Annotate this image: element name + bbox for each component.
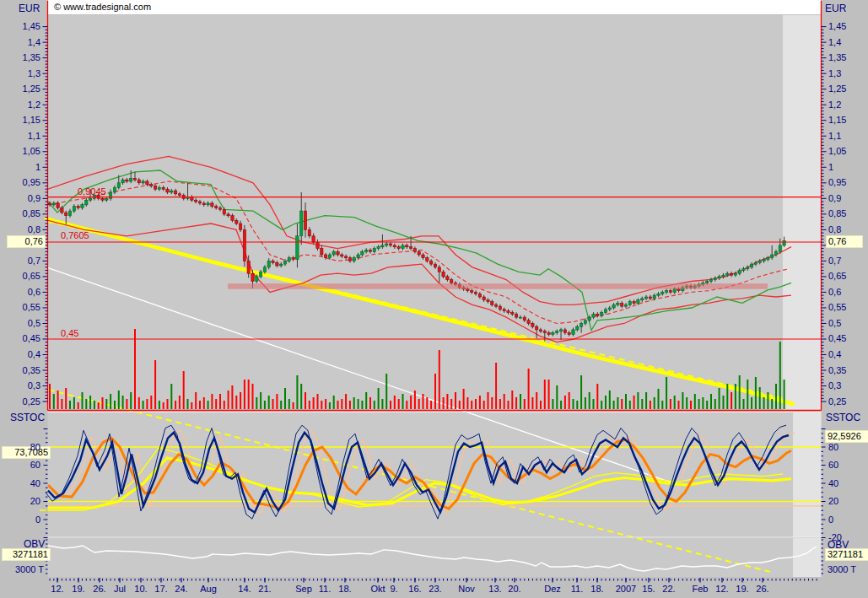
price-panel-bg	[48, 15, 822, 411]
x-axis-date-label: Aug	[197, 584, 220, 595]
volume-bar	[134, 329, 136, 409]
level-label-7605: 0,7605	[61, 230, 89, 241]
volume-bar	[337, 401, 339, 409]
obv-value-right: 3271181	[825, 548, 868, 561]
volume-bar	[296, 375, 298, 409]
volume-bar	[706, 401, 708, 409]
volume-bar	[272, 399, 274, 409]
y-axis-label-right: 1,15	[828, 115, 846, 126]
x-axis-date-label: Feb	[688, 584, 712, 595]
candle-body	[413, 249, 416, 252]
candle-body	[568, 333, 570, 335]
candle-body	[357, 255, 359, 258]
obv-value-left: 3271181	[2, 548, 51, 561]
candle-body	[166, 189, 169, 192]
volume-bar	[613, 401, 615, 409]
candle-body	[519, 317, 521, 318]
volume-bar	[471, 401, 472, 409]
volume-bar	[569, 392, 570, 409]
candle-body	[292, 258, 294, 260]
y-axis-label-left: 1,4	[0, 37, 40, 48]
volume-bar	[536, 392, 537, 409]
y-axis-label-right: 0,65	[828, 271, 846, 282]
y-axis-label-right: 0,95	[828, 177, 846, 188]
candle-body	[77, 207, 79, 208]
candle-body	[783, 240, 785, 245]
volume-bar	[130, 392, 132, 409]
candle-body	[146, 181, 148, 185]
sstoc-axis-label-left: 40	[0, 478, 40, 489]
y-axis-label-right: 0,6	[828, 287, 841, 298]
candle-body	[515, 314, 517, 317]
x-axis-date-label: 9.	[382, 584, 406, 595]
volume-bar	[309, 401, 310, 409]
volume-bar	[82, 392, 84, 409]
candle-body	[389, 244, 391, 245]
volume-bar	[726, 384, 728, 409]
volume-bar	[313, 397, 315, 409]
volume-bar	[702, 397, 704, 409]
volume-bar	[191, 402, 192, 409]
candle-body	[235, 220, 238, 224]
volume-bar	[163, 402, 164, 409]
volume-bar	[381, 399, 383, 409]
sstoc-axis-label-left: 60	[0, 460, 40, 471]
volume-bar	[305, 392, 306, 409]
candle-body	[85, 200, 88, 205]
volume-bar	[548, 380, 550, 409]
candle-body	[308, 229, 310, 235]
sstoc-panel-future-zone	[793, 412, 822, 537]
candle-body	[624, 304, 627, 306]
candle-body	[491, 302, 493, 305]
candle-body	[576, 326, 579, 330]
y-axis-label-left: 1,1	[0, 131, 40, 142]
volume-bar	[98, 402, 100, 409]
candle-body	[316, 242, 319, 248]
y-axis-label-left: 1,05	[0, 146, 40, 157]
volume-bar	[179, 396, 181, 409]
candle-body	[438, 267, 440, 272]
candle-body	[231, 216, 234, 221]
volume-bar	[215, 399, 217, 409]
support-zone-band	[228, 283, 768, 289]
candle-body	[211, 203, 213, 207]
candle-body	[283, 261, 286, 264]
volume-bar	[747, 380, 748, 409]
candle-body	[742, 269, 745, 271]
trading-chart-window: { "header": { "copyright": "© www.trades…	[0, 0, 868, 598]
volume-bar	[369, 397, 371, 409]
chart-canvas[interactable]	[0, 0, 868, 598]
volume-bar	[358, 399, 359, 409]
volume-bar	[122, 396, 124, 409]
candle-body	[608, 308, 611, 310]
volume-bar	[430, 401, 432, 409]
volume-bar	[361, 401, 363, 409]
candle-body	[763, 260, 765, 261]
candle-body	[543, 331, 546, 333]
candle-body	[406, 245, 408, 247]
candle-body	[312, 236, 315, 242]
volume-bar	[621, 399, 623, 409]
x-axis-date-label: 21.	[253, 584, 277, 595]
volume-bar	[333, 396, 335, 409]
volume-bar	[723, 396, 725, 409]
volume-bar	[394, 396, 396, 409]
volume-bar	[276, 394, 278, 409]
candle-body	[596, 314, 599, 315]
volume-bar	[293, 402, 294, 409]
candle-body	[276, 262, 278, 266]
volume-bar	[678, 401, 680, 409]
volume-bar	[528, 369, 530, 409]
volume-bar	[240, 392, 241, 409]
volume-bar	[488, 392, 489, 409]
candle-body	[466, 289, 469, 291]
volume-bar	[345, 394, 347, 409]
volume-bar	[256, 397, 257, 409]
volume-bar	[300, 384, 302, 409]
candle-body	[527, 321, 530, 324]
volume-bar	[491, 397, 493, 409]
volume-bar	[674, 396, 676, 409]
volume-bar	[731, 392, 732, 409]
volume-bar	[682, 392, 683, 409]
volume-bar	[89, 396, 91, 409]
